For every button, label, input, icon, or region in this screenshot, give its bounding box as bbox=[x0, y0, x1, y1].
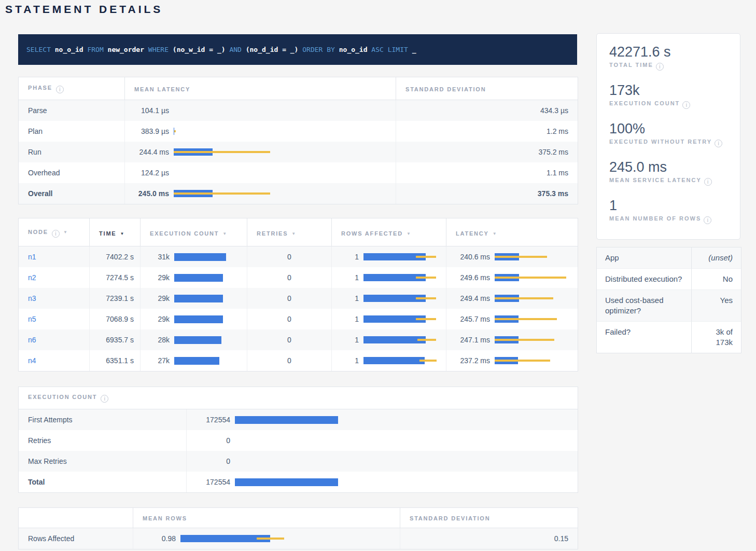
mean-latency-cell: 383.9 µs bbox=[125, 121, 396, 142]
info-icon[interactable]: i bbox=[704, 178, 712, 186]
info-icon[interactable]: i bbox=[52, 230, 60, 238]
retries-cell: 0 bbox=[247, 350, 332, 371]
bar-cell: 237.2 ms bbox=[456, 350, 568, 371]
node-cell: n5 bbox=[19, 309, 90, 329]
stat-item: 173kEXECUTION COUNTi bbox=[609, 82, 731, 109]
sql-statement: SELECT no_o_id FROM new_order WHERE (no_… bbox=[26, 46, 416, 53]
bar-chart bbox=[235, 416, 338, 424]
bar-cell: 245.7 ms bbox=[456, 309, 568, 329]
table-row: n17402.2 s31k01240.6 ms bbox=[19, 246, 578, 267]
sql-keyword: LIMIT bbox=[388, 46, 408, 53]
bar-mean bbox=[174, 336, 221, 344]
bar-chart bbox=[495, 295, 553, 302]
node-link[interactable]: n1 bbox=[28, 253, 36, 261]
bar-cell: 29k bbox=[150, 267, 237, 288]
node-link[interactable]: n4 bbox=[28, 356, 36, 365]
exec-value-cell: 0 bbox=[187, 430, 578, 451]
bar-chart bbox=[495, 357, 550, 364]
latency-cell: 245.7 ms bbox=[446, 309, 578, 329]
bar-chart bbox=[174, 274, 223, 282]
latency-column-header[interactable]: LATENCY▼ bbox=[446, 218, 578, 246]
table-row: Used cost-based optimizer?Yes bbox=[597, 290, 741, 322]
rows-affected-column-header[interactable]: ROWS AFFECTED▼ bbox=[332, 218, 446, 246]
bar-cell: 1 bbox=[341, 350, 437, 371]
sql-identifier: no_o_id bbox=[55, 46, 83, 53]
table-row: Parse104.1 µs434.3 µs bbox=[19, 100, 578, 121]
time-cell: 6351.1 s bbox=[90, 350, 141, 371]
execution-count-cell: 28k bbox=[141, 329, 247, 350]
execution-count-column-header[interactable]: EXECUTION COUNT▼ bbox=[141, 218, 247, 246]
info-icon[interactable]: i bbox=[704, 216, 711, 224]
node-column-header[interactable]: NODEi▼ bbox=[19, 218, 90, 246]
sql-identifier: new_order bbox=[108, 46, 144, 53]
node-link[interactable]: n2 bbox=[28, 273, 36, 282]
cell-value: 28k bbox=[150, 336, 170, 344]
node-link[interactable]: n3 bbox=[28, 294, 36, 302]
bar-cell: 29k bbox=[150, 309, 237, 329]
info-icon[interactable]: i bbox=[101, 395, 108, 403]
mean-rows-column-header: MEAN ROWS bbox=[133, 508, 400, 528]
rows-affected-cell: 1 bbox=[332, 246, 446, 267]
time-cell: 7239.1 s bbox=[90, 288, 141, 309]
latency-cell: 247.1 ms bbox=[446, 329, 578, 350]
retries-column-header[interactable]: RETRIES▼ bbox=[247, 218, 332, 246]
cell-value: 29k bbox=[150, 294, 170, 302]
sort-desc-icon: ▼ bbox=[222, 231, 227, 236]
info-icon[interactable]: i bbox=[656, 63, 664, 71]
bar-stddev bbox=[416, 297, 436, 299]
bar-stddev bbox=[495, 277, 566, 279]
page-title: STATEMENT DETAILS bbox=[5, 3, 163, 16]
bar-chart bbox=[174, 315, 223, 323]
latency-cell: 237.2 ms bbox=[446, 350, 578, 371]
table-row: Plan383.9 µs1.2 ms bbox=[19, 121, 578, 142]
cell-value: 0 bbox=[193, 457, 230, 465]
sql-keyword: ORDER BY bbox=[302, 46, 335, 53]
bar-mean bbox=[174, 253, 226, 261]
standard-deviation-cell: 1.2 ms bbox=[396, 121, 578, 142]
table-row: Total172554 bbox=[19, 472, 578, 492]
exec-label-cell: Max Retries bbox=[19, 451, 187, 472]
rows-affected-cell: 1 bbox=[332, 267, 446, 288]
table-row: App(unset) bbox=[597, 247, 741, 269]
node-link[interactable]: n6 bbox=[28, 336, 36, 344]
execution-count-cell: 29k bbox=[141, 267, 247, 288]
sql-keyword: FROM bbox=[87, 46, 103, 53]
execution-count-title-row: EXECUTION COUNTi bbox=[19, 387, 578, 409]
table-row: Failed?3k of 173k bbox=[597, 322, 741, 353]
bar-cell: 1 bbox=[341, 329, 437, 350]
bar-chart bbox=[495, 253, 547, 260]
app-detail-label: Failed? bbox=[597, 322, 691, 353]
table-row: n57068.9 s29k01245.7 ms bbox=[19, 309, 578, 329]
bar-stddev bbox=[495, 256, 547, 258]
rows-affected-header-row: MEAN ROWS STANDARD DEVIATION bbox=[19, 508, 578, 528]
stat-item: 1MEAN NUMBER OF ROWSi bbox=[609, 198, 731, 224]
exec-label-cell: Total bbox=[19, 472, 187, 492]
time-column-header[interactable]: TIME▼ bbox=[90, 218, 141, 246]
bar-cell: 29k bbox=[150, 288, 237, 309]
bar-cell: 245.0 ms bbox=[134, 183, 386, 204]
info-icon[interactable]: i bbox=[682, 101, 690, 109]
phase-label-cell: Overall bbox=[19, 183, 125, 204]
stat-label: EXECUTION COUNTi bbox=[609, 100, 731, 109]
retries-cell: 0 bbox=[247, 267, 332, 288]
stat-item: 42271.6 sTOTAL TIMEi bbox=[609, 44, 731, 71]
bar-stddev bbox=[495, 360, 550, 362]
cell-value: 1 bbox=[341, 273, 359, 282]
bar-stddev bbox=[495, 318, 557, 320]
cell-value: 249.6 ms bbox=[456, 273, 490, 282]
cell-value: 237.2 ms bbox=[456, 356, 490, 365]
sql-keyword: WHERE bbox=[148, 46, 169, 53]
info-icon[interactable]: i bbox=[56, 86, 64, 93]
table-row: Retries0 bbox=[19, 430, 578, 451]
cell-value: 245.7 ms bbox=[456, 315, 490, 323]
bar-chart bbox=[363, 315, 436, 323]
stat-value: 42271.6 s bbox=[609, 44, 731, 60]
mean-latency-cell: 244.4 ms bbox=[125, 142, 396, 162]
bar-stddev bbox=[174, 151, 270, 153]
time-cell: 7402.2 s bbox=[90, 246, 141, 267]
sql-keyword: AND bbox=[229, 46, 241, 53]
info-icon[interactable]: i bbox=[715, 140, 722, 147]
node-link[interactable]: n5 bbox=[28, 315, 36, 323]
bar-mean bbox=[174, 274, 223, 282]
table-row: Overhead124.2 µs1.1 ms bbox=[19, 162, 578, 183]
